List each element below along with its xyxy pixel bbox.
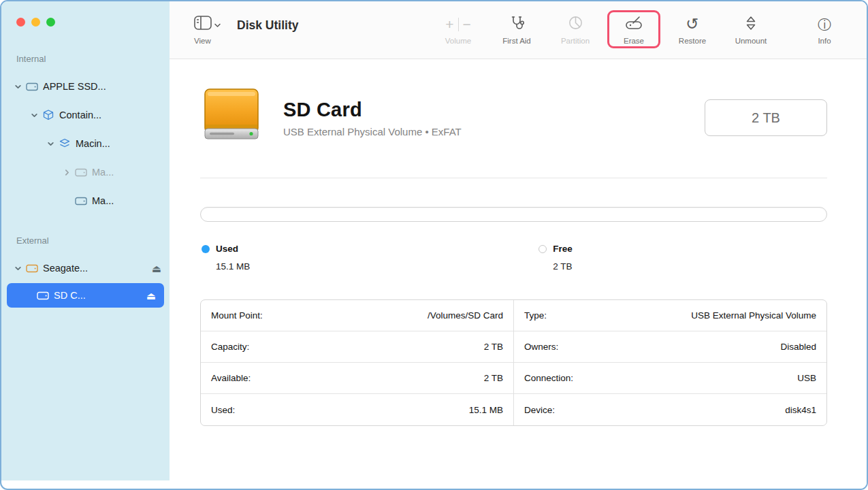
view-button[interactable]: View bbox=[194, 16, 221, 45]
sidebar-item-label: Ma... bbox=[92, 195, 114, 206]
sidebar-toggle-icon bbox=[194, 16, 212, 33]
restore-button-label: Restore bbox=[679, 37, 706, 45]
first-aid-icon bbox=[509, 15, 525, 34]
window-controls bbox=[1, 1, 170, 27]
sidebar-item-container[interactable]: Contain... bbox=[1, 101, 170, 129]
detail-value: Disabled bbox=[780, 342, 816, 352]
legend-free-label: Free bbox=[553, 244, 573, 254]
erase-button[interactable]: Erase bbox=[615, 16, 653, 45]
volume-subtitle: USB External Physical Volume • ExFAT bbox=[283, 126, 462, 137]
zoom-button[interactable] bbox=[46, 18, 55, 27]
table-row: Owners: Disabled bbox=[514, 331, 826, 363]
main-area: View Disk Utility + − Volume bbox=[170, 1, 867, 489]
erase-button-label: Erase bbox=[624, 37, 644, 45]
table-row: Capacity: 2 TB bbox=[201, 331, 513, 363]
unmount-button-label: Unmount bbox=[735, 37, 767, 45]
table-row: Device: disk4s1 bbox=[514, 394, 826, 425]
detail-value: 15.1 MB bbox=[469, 405, 503, 415]
legend-used: Used 15.1 MB bbox=[202, 244, 250, 272]
sidebar-item-label: SD C... bbox=[54, 290, 86, 301]
external-drive-icon bbox=[200, 85, 263, 150]
table-row: Available: 2 TB bbox=[201, 363, 513, 394]
sidebar-item-sd-card[interactable]: SD C... ⏏ bbox=[7, 283, 164, 308]
detail-label: Device: bbox=[524, 405, 555, 415]
partition-button-label: Partition bbox=[561, 37, 590, 45]
view-button-label: View bbox=[194, 37, 211, 45]
app-title: Disk Utility bbox=[237, 18, 298, 33]
storage-usage-bar bbox=[200, 207, 827, 222]
storage-legend: Used 15.1 MB Free 2 TB bbox=[200, 244, 827, 280]
restore-button[interactable]: ↺ Restore bbox=[673, 16, 711, 45]
divider bbox=[200, 178, 827, 178]
sidebar-item-label: Contain... bbox=[59, 110, 101, 120]
first-aid-button-label: First Aid bbox=[502, 37, 531, 45]
info-button[interactable]: ⓘ Info bbox=[805, 16, 843, 45]
sidebar-item-macintosh-hd[interactable]: Macin... bbox=[1, 129, 170, 158]
capacity-badge: 2 TB bbox=[705, 99, 827, 136]
legend-used-label: Used bbox=[216, 244, 238, 254]
unmount-button[interactable]: Unmount bbox=[732, 16, 770, 45]
eject-icon[interactable]: ⏏ bbox=[152, 263, 161, 274]
toolbar: View Disk Utility + − Volume bbox=[170, 1, 867, 59]
volume-stack-icon bbox=[57, 138, 72, 149]
container-icon bbox=[41, 110, 56, 120]
details-right-column: Type: USB External Physical Volume Owner… bbox=[513, 300, 826, 425]
disk-utility-window: Internal APPLE SSD... Contain... bbox=[0, 0, 868, 490]
detail-value: USB bbox=[797, 373, 816, 383]
chevron-down-icon[interactable] bbox=[11, 265, 25, 272]
legend-free-value: 2 TB bbox=[553, 261, 573, 272]
volume-button-label: Volume bbox=[445, 37, 471, 45]
close-button[interactable] bbox=[16, 18, 25, 27]
erase-icon bbox=[625, 15, 643, 34]
disk-icon bbox=[74, 197, 89, 206]
detail-label: Type: bbox=[524, 310, 547, 321]
details-left-column: Mount Point: /Volumes/SD Card Capacity: … bbox=[201, 300, 513, 425]
sidebar-item-seagate[interactable]: Seagate... ⏏ bbox=[1, 254, 170, 282]
chevron-down-icon[interactable] bbox=[44, 140, 57, 148]
table-row: Mount Point: /Volumes/SD Card bbox=[201, 300, 513, 331]
info-button-label: Info bbox=[818, 37, 831, 45]
divider bbox=[458, 18, 459, 31]
detail-label: Connection: bbox=[524, 373, 573, 383]
unmount-icon bbox=[743, 16, 758, 33]
detail-label: Capacity: bbox=[211, 342, 249, 352]
chevron-down-icon[interactable] bbox=[11, 83, 25, 91]
sidebar-item-label: Seagate... bbox=[43, 263, 88, 274]
restore-icon: ↺ bbox=[686, 16, 698, 32]
volume-header: SD Card USB External Physical Volume • E… bbox=[200, 85, 827, 150]
disk-icon bbox=[74, 168, 89, 177]
chevron-right-icon[interactable] bbox=[60, 169, 74, 176]
used-swatch-icon bbox=[202, 245, 210, 253]
info-icon: ⓘ bbox=[818, 18, 831, 31]
table-row: Used: 15.1 MB bbox=[201, 394, 513, 425]
toolbar-button-group: + − Volume bbox=[439, 16, 770, 45]
detail-value: disk4s1 bbox=[785, 405, 816, 415]
chevron-down-icon bbox=[214, 18, 221, 31]
external-disk-icon bbox=[35, 291, 50, 300]
eject-icon[interactable]: ⏏ bbox=[146, 291, 156, 301]
detail-label: Mount Point: bbox=[211, 310, 263, 321]
detail-value: 2 TB bbox=[484, 342, 503, 352]
table-row: Connection: USB bbox=[514, 363, 826, 394]
chevron-down-icon[interactable] bbox=[27, 112, 41, 119]
minimize-button[interactable] bbox=[31, 18, 40, 27]
detail-value: 2 TB bbox=[484, 373, 503, 383]
sidebar-item-label: Ma... bbox=[92, 167, 114, 178]
first-aid-button[interactable]: First Aid bbox=[498, 16, 536, 45]
sidebar: Internal APPLE SSD... Contain... bbox=[1, 1, 170, 480]
partition-button: Partition bbox=[556, 16, 594, 45]
detail-label: Used: bbox=[211, 405, 235, 415]
detail-value: USB External Physical Volume bbox=[691, 310, 816, 321]
legend-used-value: 15.1 MB bbox=[216, 261, 250, 272]
sidebar-item-apple-ssd[interactable]: APPLE SSD... bbox=[1, 72, 170, 101]
legend-free: Free 2 TB bbox=[539, 244, 573, 272]
sidebar-item-macintosh-sub-1[interactable]: Ma... bbox=[1, 158, 170, 186]
minus-icon: − bbox=[463, 17, 471, 31]
sidebar-item-label: Macin... bbox=[76, 138, 110, 149]
sidebar-section-internal: Internal bbox=[16, 54, 170, 64]
detail-label: Owners: bbox=[524, 342, 558, 352]
table-row: Type: USB External Physical Volume bbox=[514, 300, 826, 331]
plus-icon: + bbox=[445, 17, 453, 31]
volume-button: + − Volume bbox=[439, 16, 477, 45]
sidebar-item-macintosh-sub-2[interactable]: Ma... bbox=[1, 186, 170, 215]
